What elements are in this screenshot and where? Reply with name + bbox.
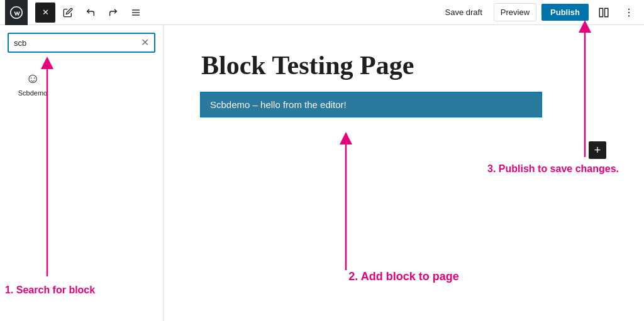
- annotation-1-label: 1. Search for block: [5, 285, 95, 295]
- block-icon-scbdemo: ☺: [26, 70, 40, 87]
- svg-rect-3: [599, 8, 602, 17]
- annotation-1-container: 1. Search for block: [5, 285, 95, 296]
- toolbar-left: ✕: [5, 0, 146, 25]
- search-box: ✕: [8, 33, 155, 53]
- page-title: Block Testing Page: [201, 50, 606, 80]
- undo-icon: [86, 8, 96, 18]
- block-label-scbdemo: Scbdemo: [18, 89, 47, 97]
- layout-button[interactable]: [594, 3, 614, 23]
- publish-button[interactable]: Publish: [541, 4, 589, 21]
- more-options-button[interactable]: [619, 3, 639, 23]
- annotation-3-label: 3. Publish to save changes.: [487, 163, 619, 175]
- selected-block[interactable]: Scbdemo – hello from the editor!: [201, 93, 541, 116]
- list-view-icon: [131, 8, 141, 18]
- close-button[interactable]: ✕: [35, 3, 55, 23]
- main-layout: ✕ ☺ Scbdemo 1. Search for block Block Te…: [0, 25, 644, 321]
- list-view-button[interactable]: [126, 3, 146, 23]
- search-clear-button[interactable]: ✕: [141, 38, 149, 48]
- wp-logo-button[interactable]: [5, 0, 28, 25]
- search-input[interactable]: [14, 38, 141, 48]
- preview-button[interactable]: Preview: [494, 3, 536, 21]
- svg-point-5: [628, 8, 630, 9]
- sidebar: ✕ ☺ Scbdemo 1. Search for block: [0, 25, 164, 321]
- more-options-icon: [623, 7, 635, 18]
- svg-rect-4: [605, 8, 608, 17]
- undo-button[interactable]: [80, 3, 101, 23]
- redo-icon: [108, 8, 118, 18]
- block-item-scbdemo[interactable]: ☺ Scbdemo: [8, 63, 58, 104]
- toolbar: ✕ Save draft Preview Publish: [0, 0, 644, 25]
- edit-button[interactable]: [58, 3, 78, 23]
- edit-icon: [63, 8, 73, 18]
- content-area: Block Testing Page Scbdemo – hello from …: [164, 25, 644, 321]
- svg-point-7: [628, 15, 630, 16]
- wp-logo-icon: [10, 6, 23, 19]
- layout-icon: [598, 7, 609, 18]
- redo-button[interactable]: [103, 3, 123, 23]
- annotation-2-label: 2. Add block to page: [348, 270, 458, 283]
- add-block-button[interactable]: +: [589, 141, 606, 159]
- svg-point-6: [628, 11, 630, 13]
- toolbar-right: Save draft Preview Publish: [439, 3, 639, 23]
- save-draft-button[interactable]: Save draft: [439, 4, 489, 21]
